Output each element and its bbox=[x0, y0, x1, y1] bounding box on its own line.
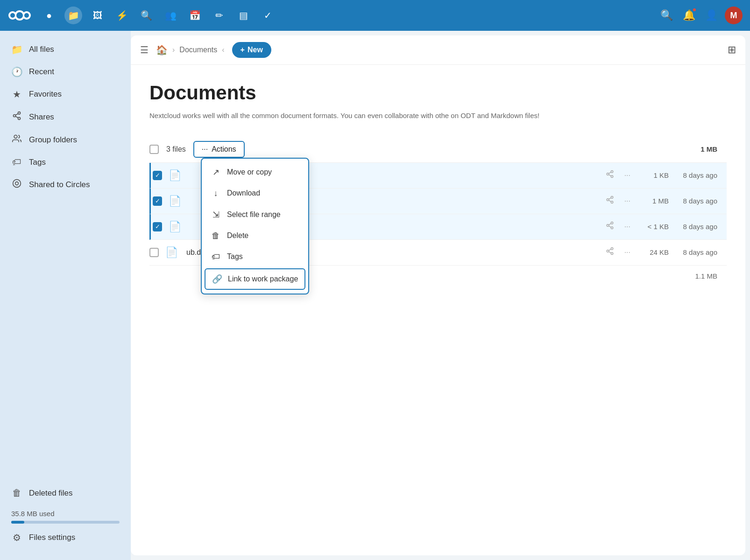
svg-line-27 bbox=[608, 226, 611, 227]
new-button-label: New bbox=[248, 46, 263, 54]
storage-info: 35.8 MB used bbox=[0, 504, 131, 526]
svg-point-13 bbox=[15, 182, 19, 185]
file-type-icon: 📄 bbox=[169, 169, 181, 182]
file-more-icon[interactable]: ··· bbox=[621, 195, 634, 207]
nav-activity-icon[interactable]: ⚡ bbox=[113, 7, 131, 24]
svg-point-25 bbox=[607, 224, 609, 227]
menu-item-delete[interactable]: 🗑 Delete bbox=[202, 225, 308, 246]
svg-point-26 bbox=[611, 227, 613, 229]
contacts-topbar-icon[interactable]: 👤 bbox=[702, 7, 720, 24]
download-icon: ↓ bbox=[211, 189, 220, 198]
menu-item-move-copy[interactable]: ↗ Move or copy bbox=[202, 161, 308, 183]
folder-icon: 📁 bbox=[11, 44, 22, 55]
menu-item-download[interactable]: ↓ Download bbox=[202, 183, 308, 204]
file-share-icon[interactable] bbox=[606, 247, 614, 258]
sidebar-item-shares[interactable]: Shares bbox=[0, 105, 131, 128]
sidebar-item-tags[interactable]: 🏷 Tags bbox=[0, 151, 131, 173]
sidebar-item-favorites[interactable]: ★ Favorites bbox=[0, 83, 131, 105]
breadcrumb-bar: ☰ 🏠 › Documents ‹ + New ⊞ bbox=[131, 35, 745, 65]
grid-view-icon[interactable]: ⊞ bbox=[728, 44, 736, 56]
file-list-header: 3 files ··· Actions 1 MB ↗ Move or copy … bbox=[149, 136, 727, 163]
main-layout: 📁 All files 🕐 Recent ★ Favorites Shares … bbox=[0, 31, 750, 560]
svg-point-30 bbox=[607, 250, 609, 252]
sidebar-bottom: 🗑 Deleted files 35.8 MB used ⚙ Files set… bbox=[0, 478, 131, 553]
sidebar-item-label: Shared to Circles bbox=[29, 180, 90, 189]
file-share-icon[interactable] bbox=[606, 170, 614, 181]
menu-item-link-work-package[interactable]: 🔗 Link to work package bbox=[205, 268, 305, 290]
breadcrumb-current: Documents bbox=[179, 46, 217, 54]
file-more-icon[interactable]: ··· bbox=[621, 221, 634, 233]
file-date: 8 days ago bbox=[675, 223, 727, 231]
svg-line-17 bbox=[608, 175, 611, 176]
search-icon[interactable]: 🔍 bbox=[658, 7, 675, 24]
tag-icon: 🏷 bbox=[11, 157, 22, 168]
file-size: < 1 KB bbox=[641, 223, 669, 231]
svg-point-21 bbox=[611, 201, 613, 203]
nav-calendar-icon[interactable]: 📅 bbox=[186, 7, 204, 24]
context-menu: ↗ Move or copy ↓ Download ⇲ Select file … bbox=[201, 158, 309, 294]
file-checkbox-1[interactable]: ✓ bbox=[153, 171, 162, 180]
file-type-icon: 📄 bbox=[165, 246, 178, 259]
file-more-icon[interactable]: ··· bbox=[621, 169, 634, 182]
home-icon[interactable]: 🏠 bbox=[156, 44, 168, 56]
star-icon: ★ bbox=[11, 89, 22, 100]
svg-point-8 bbox=[18, 117, 21, 119]
actions-button[interactable]: ··· Actions bbox=[193, 141, 245, 158]
storage-bar-fill bbox=[11, 521, 24, 524]
nav-circle-icon[interactable]: ● bbox=[40, 7, 58, 24]
notifications-icon[interactable]: 🔔 bbox=[680, 7, 698, 24]
page-content: Documents Nextcloud works well with all … bbox=[131, 65, 745, 555]
file-checkbox-3[interactable]: ✓ bbox=[153, 222, 162, 231]
nav-notes-icon[interactable]: ✏ bbox=[210, 7, 228, 24]
menu-item-select-range[interactable]: ⇲ Select file range bbox=[202, 204, 308, 225]
nav-contacts-icon[interactable]: 👥 bbox=[162, 7, 179, 24]
select-all-checkbox[interactable] bbox=[149, 145, 159, 154]
file-share-icon[interactable] bbox=[606, 196, 614, 206]
svg-point-6 bbox=[18, 112, 21, 114]
sidebar-item-label: Files settings bbox=[29, 533, 75, 542]
sidebar-item-files-settings[interactable]: ⚙ Files settings bbox=[0, 526, 131, 549]
content-area: ☰ 🏠 › Documents ‹ + New ⊞ Documents Next… bbox=[131, 35, 745, 555]
file-size: 1 KB bbox=[641, 171, 669, 179]
file-more-icon[interactable]: ··· bbox=[621, 246, 634, 259]
file-type-icon: 📄 bbox=[169, 195, 181, 207]
topbar-right: 🔍 🔔 👤 M bbox=[658, 7, 743, 24]
nav-photos-icon[interactable]: 🖼 bbox=[89, 7, 106, 24]
file-date: 8 days ago bbox=[675, 197, 727, 205]
nav-files-icon[interactable]: 📁 bbox=[64, 7, 82, 24]
file-checkbox-4[interactable] bbox=[149, 248, 159, 257]
file-date: 8 days ago bbox=[675, 248, 727, 256]
menu-item-tags[interactable]: 🏷 Tags bbox=[202, 246, 308, 267]
user-avatar[interactable]: M bbox=[725, 7, 743, 24]
new-button[interactable]: + New bbox=[232, 42, 271, 58]
storage-label: 35.8 MB used bbox=[11, 510, 55, 518]
menu-item-label: Delete bbox=[227, 231, 248, 240]
svg-line-22 bbox=[608, 200, 611, 202]
file-checkbox-2[interactable]: ✓ bbox=[153, 196, 162, 206]
sidebar-item-label: Recent bbox=[29, 67, 54, 77]
svg-point-19 bbox=[611, 196, 613, 199]
sidebar-toggle-icon[interactable]: ☰ bbox=[140, 44, 149, 56]
file-share-icon[interactable] bbox=[606, 221, 614, 232]
topbar: ● 📁 🖼 ⚡ 🔍 👥 📅 ✏ ▤ ✓ 🔍 🔔 👤 M bbox=[0, 0, 750, 31]
nav-tasks-icon[interactable]: ✓ bbox=[259, 7, 276, 24]
sidebar-item-shared-circles[interactable]: Shared to Circles bbox=[0, 173, 131, 196]
tags-menu-icon: 🏷 bbox=[211, 252, 220, 262]
nav-deck-icon[interactable]: ▤ bbox=[234, 7, 252, 24]
circles-icon bbox=[11, 179, 22, 190]
move-icon: ↗ bbox=[211, 167, 220, 177]
link-icon: 🔗 bbox=[212, 274, 221, 284]
svg-point-5 bbox=[16, 12, 23, 19]
group-folder-icon bbox=[11, 134, 22, 146]
menu-item-label: Tags bbox=[227, 252, 243, 261]
sidebar-item-deleted-files[interactable]: 🗑 Deleted files bbox=[0, 482, 131, 504]
nav-search-icon[interactable]: 🔍 bbox=[137, 7, 155, 24]
clock-icon: 🕐 bbox=[11, 66, 22, 77]
sidebar-item-recent[interactable]: 🕐 Recent bbox=[0, 61, 131, 83]
app-logo[interactable] bbox=[7, 7, 32, 24]
plus-icon: + bbox=[241, 46, 245, 54]
breadcrumb-sep-2: ‹ bbox=[222, 46, 224, 54]
sidebar-item-all-files[interactable]: 📁 All files bbox=[0, 38, 131, 61]
menu-item-label: Select file range bbox=[227, 210, 281, 219]
sidebar-item-group-folders[interactable]: Group folders bbox=[0, 128, 131, 151]
